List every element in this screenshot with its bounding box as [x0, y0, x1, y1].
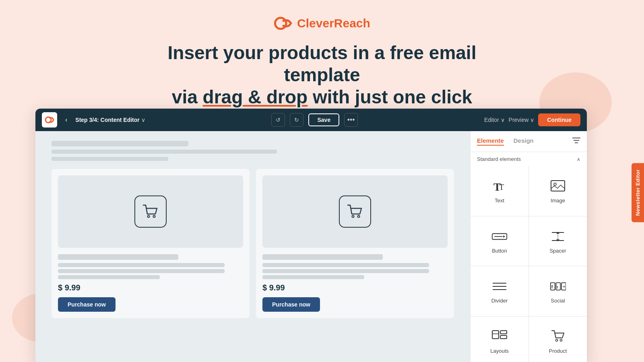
section-chevron[interactable]: ∧ — [577, 156, 580, 162]
product-card-1: $ 9.99 Purchase now — [52, 169, 250, 318]
element-spacer[interactable]: Spacer — [529, 216, 587, 266]
product-desc-skel-1a — [58, 263, 225, 267]
logo-icon — [274, 16, 293, 31]
cart-icon-box-1 — [134, 195, 167, 228]
svg-point-2 — [148, 216, 150, 218]
cart-icon-2 — [347, 204, 363, 219]
svg-point-3 — [153, 216, 155, 218]
button-icon — [491, 228, 508, 245]
product-image-2 — [262, 175, 448, 248]
filter-icon[interactable] — [572, 137, 580, 146]
newsletter-editor-tab[interactable]: Newsletter Editor — [632, 163, 644, 222]
main-area: $ 9.99 Purchase now — [35, 131, 587, 362]
layouts-icon — [491, 329, 508, 345]
product-price-1: $ 9.99 — [58, 283, 243, 292]
elements-grid: T T Text Image — [471, 166, 587, 362]
product-desc-skel-2c — [262, 275, 364, 279]
cart-icon-box-2 — [339, 195, 371, 228]
purchase-button-2[interactable]: Purchase now — [262, 297, 320, 312]
toolbar: ‹ Step 3/4: Content Editor ∨ ↺ ↻ Save ••… — [35, 109, 587, 131]
undo-button[interactable]: ↺ — [271, 113, 285, 127]
svg-rect-11 — [551, 181, 565, 191]
product-desc-skel-2b — [262, 269, 429, 273]
purchase-button-1[interactable]: Purchase now — [58, 297, 116, 312]
skeleton-line-1 — [52, 141, 188, 146]
divider-icon — [491, 278, 508, 294]
save-button[interactable]: Save — [308, 113, 339, 126]
social-icon: f t + — [550, 278, 566, 294]
svg-point-4 — [352, 216, 354, 218]
svg-text:f: f — [551, 284, 553, 289]
skeleton-line-3 — [52, 157, 168, 161]
element-text-label: Text — [495, 197, 504, 204]
product-card-2: $ 9.99 Purchase now — [256, 169, 454, 318]
element-divider-label: Divider — [491, 298, 508, 304]
element-text[interactable]: T T Text — [471, 166, 528, 216]
svg-text:T: T — [499, 183, 504, 191]
svg-marker-15 — [503, 235, 505, 237]
element-button[interactable]: Button — [471, 216, 528, 266]
more-button[interactable]: ••• — [344, 113, 358, 127]
svg-point-12 — [554, 183, 556, 185]
toolbar-right: Editor ∨ Preview ∨ Continue — [484, 113, 580, 126]
editor-dropdown[interactable]: Editor ∨ — [484, 117, 505, 123]
step-label: Step 3/4: Content Editor ∨ — [75, 117, 145, 123]
right-panel: Elemente Design Standard elements ∧ — [470, 131, 587, 362]
svg-point-5 — [358, 216, 360, 218]
element-divider[interactable]: Divider — [471, 266, 528, 316]
svg-rect-30 — [492, 331, 499, 339]
element-social-label: Social — [551, 298, 565, 304]
preview-dropdown[interactable]: Preview ∨ — [509, 117, 535, 123]
svg-rect-32 — [500, 331, 507, 334]
product-desc-skel-1c — [58, 275, 160, 279]
logo-text: CleverReach — [297, 16, 370, 30]
element-social[interactable]: f t + Social — [529, 266, 587, 316]
svg-text:+: + — [563, 284, 566, 290]
product-title-skel-1 — [58, 254, 178, 260]
section-header: Standard elements ∧ — [471, 152, 587, 166]
panel-tabs: Elemente Design — [471, 131, 587, 152]
tab-design[interactable]: Design — [514, 137, 534, 146]
back-arrow[interactable]: ‹ — [62, 115, 70, 125]
tab-elemente[interactable]: Elemente — [477, 137, 504, 146]
svg-point-35 — [560, 339, 562, 341]
svg-rect-33 — [500, 335, 507, 339]
product-price-2: $ 9.99 — [262, 283, 448, 292]
canvas-header — [52, 141, 454, 161]
spacer-icon — [550, 228, 566, 245]
element-spacer-label: Spacer — [549, 248, 566, 254]
logo: CleverReach — [274, 16, 370, 31]
app-window: ‹ Step 3/4: Content Editor ∨ ↺ ↻ Save ••… — [35, 109, 587, 362]
product-grid: $ 9.99 Purchase now — [52, 169, 454, 318]
redo-button[interactable]: ↻ — [290, 113, 303, 127]
skeleton-line-2 — [52, 150, 277, 154]
toolbar-logo — [42, 112, 57, 128]
cart-icon-1 — [142, 204, 159, 219]
editor-canvas: $ 9.99 Purchase now — [35, 131, 470, 362]
product-image-1 — [58, 175, 243, 248]
product-desc-skel-2a — [262, 263, 429, 267]
product-icon — [550, 329, 566, 345]
element-layouts[interactable]: Layouts — [471, 317, 528, 362]
product-title-skel-2 — [262, 254, 383, 260]
text-icon: T T — [491, 178, 508, 194]
element-button-label: Button — [492, 248, 507, 254]
svg-text:t: t — [557, 285, 558, 289]
element-product[interactable]: Product — [529, 317, 587, 362]
headline: Insert your products in a free email tem… — [141, 42, 503, 109]
image-icon — [550, 178, 566, 194]
element-image[interactable]: Image — [529, 166, 587, 216]
product-desc-skel-1b — [58, 269, 225, 273]
element-layouts-label: Layouts — [490, 348, 509, 354]
continue-button[interactable]: Continue — [538, 113, 580, 126]
element-product-label: Product — [549, 348, 567, 354]
svg-point-34 — [556, 339, 558, 341]
element-image-label: Image — [551, 197, 565, 204]
